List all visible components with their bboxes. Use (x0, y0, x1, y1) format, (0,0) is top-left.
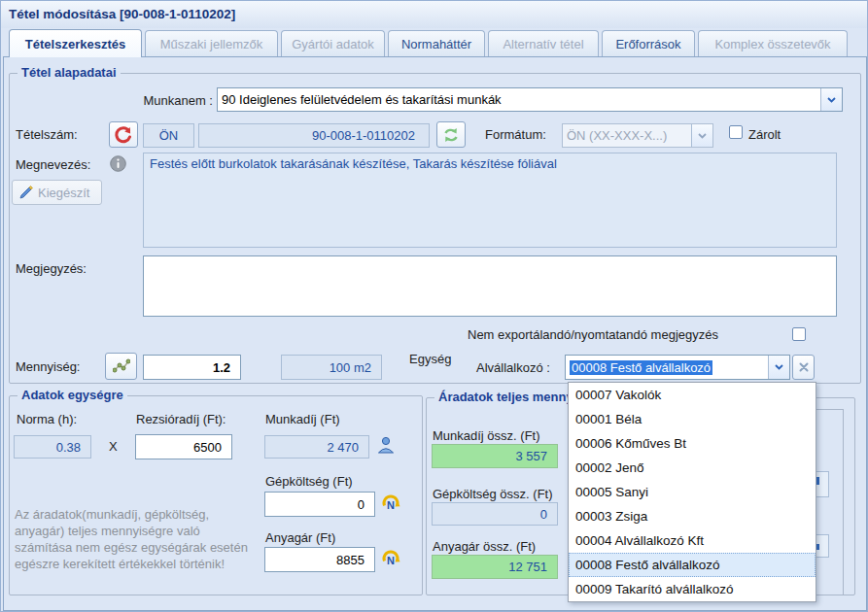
megnevezes-textarea[interactable]: Festés előtt burkolatok takarásának kész… (143, 153, 837, 248)
no-export-label: Nem exportálandó/nyomtatandó megjegyzés (468, 327, 718, 342)
munkanem-value: 90 Ideiglenes felületvédelem és takarítá… (218, 92, 820, 107)
norma-field: 0.38 (14, 435, 91, 459)
kiegeszit-button[interactable]: Kiegészít (12, 180, 102, 205)
munkanem-combobox[interactable]: 90 Ideiglenes felületvédelem és takarítá… (217, 87, 843, 112)
on-norm-icon[interactable]: N (381, 493, 400, 512)
tetelszam-label: Tételszám: (16, 127, 78, 142)
group-title: Áradatok teljes menny (434, 390, 577, 404)
graph-points-icon (113, 358, 130, 374)
formatum-value: ÖN (XX-XXX-X...) (563, 128, 691, 143)
alvallalkozo-combobox[interactable]: 00008 Festő alvállalkozó (565, 355, 790, 380)
dialog-window: Tétel módosítása [90-008-1-0110202] Téte… (0, 0, 868, 612)
refresh-itemnumber-button[interactable] (436, 121, 466, 148)
tab-muszaki-jellemzok[interactable]: Műszaki jellemzők (145, 30, 278, 56)
egyseg-label: Egység (409, 352, 451, 366)
dropdown-item[interactable]: 00006 Kőműves Bt (569, 431, 816, 456)
alvallalkozo-label: Alvállalkozó : (476, 360, 550, 375)
group-title: Adatok egységre (17, 388, 127, 402)
tab-label: Gyártói adatok (292, 37, 374, 51)
dropdown-item[interactable]: 00003 Zsiga (569, 504, 816, 528)
reset-itemnumber-button[interactable] (109, 121, 138, 148)
dropdown-item[interactable]: 00005 Sanyi (569, 480, 816, 504)
red-revert-icon (115, 126, 132, 144)
dropdown-item[interactable]: 00001 Béla (569, 407, 816, 431)
norma-label: Norma (h): (17, 412, 77, 426)
dropdown-item[interactable]: 00002 Jenő (569, 456, 816, 480)
tab-gyartoi-adatok[interactable]: Gyártói adatok (281, 30, 385, 56)
dropdown-item[interactable]: 00007 Vakolók (569, 383, 816, 407)
tab-label: Komplex összetevők (714, 37, 830, 51)
munkadij-label: Munkadíj (Ft) (265, 412, 340, 426)
worker-icon[interactable] (376, 435, 396, 455)
green-refresh-icon (442, 126, 460, 144)
page-title: Tétel módosítása [90-008-1-0110202] (9, 7, 235, 21)
chevron-down-icon[interactable] (820, 88, 842, 111)
dropdown-item[interactable]: 00009 Takarító alvállalkozó (569, 577, 816, 601)
unit-field: 100 m2 (281, 355, 382, 380)
mennyiseg-label: Mennyiség: (16, 359, 80, 374)
dropdown-item-selected[interactable]: 00008 Festő alvállalkozó (569, 553, 816, 577)
tab-eroforrasok[interactable]: Erőforrások (602, 30, 695, 56)
alvallalkozo-dropdown-list: 00007 Vakolók 00001 Béla 00006 Kőműves B… (568, 382, 816, 602)
anyagar-ossz-field: 12 751 (432, 555, 558, 579)
megnevezes-label: Megnevezés: (16, 157, 90, 172)
rounding-note: Az áradatok(munkadíj, gépköltség, anyagá… (15, 506, 248, 572)
pen-icon (18, 185, 34, 200)
rezsi-label: Rezsióradíj (Ft): (136, 412, 226, 426)
chevron-down-icon[interactable] (691, 124, 712, 147)
dropdown-item[interactable]: 00004 Alvállalkozó Kft (569, 528, 816, 553)
title-bar: Tétel módosítása [90-008-1-0110202] (1, 1, 867, 28)
on-norm-icon[interactable]: N (381, 548, 400, 567)
gepkoltseg-input[interactable]: 0 (264, 492, 375, 517)
munkadij-ossz-label: Munkadíj össz. (Ft) (433, 428, 540, 443)
formatum-combobox[interactable]: ÖN (XX-XXX-X...) (562, 123, 713, 148)
gepkoltseg-ossz-label: Gépköltség össz. (Ft) (433, 487, 553, 501)
anyagar-label: Anyagár (Ft) (265, 530, 335, 545)
anyagar-ossz-label: Anyagár össz. (Ft) (433, 539, 536, 554)
no-export-checkbox[interactable] (792, 327, 806, 341)
quantity-input[interactable]: 1.2 (143, 355, 241, 380)
tab-label: Normaháttér (401, 37, 471, 51)
alvallalkozo-selected-text: 00008 Festő alvállalkozó (570, 360, 712, 375)
info-icon (110, 155, 126, 172)
megjegyzes-label: Megjegyzés: (16, 261, 87, 276)
rezsi-input[interactable]: 6500 (135, 434, 232, 459)
tab-komplex-osszetevok[interactable]: Komplex összetevők (698, 30, 848, 56)
group-title: Tétel alapadatai (17, 65, 121, 80)
kiegeszit-label: Kiegészít (38, 186, 89, 200)
tab-label: Erőforrások (615, 37, 680, 51)
svg-text:N: N (387, 499, 395, 511)
munkanem-label: Munkanem : (127, 93, 213, 108)
itemnumber-prefix-field: ÖN (143, 123, 194, 148)
zarolt-checkbox[interactable] (729, 125, 743, 139)
tab-tetelszerkesztes[interactable]: Tételszerkesztés (9, 29, 142, 57)
tab-label: Tételszerkesztés (25, 37, 125, 51)
gepkoltseg-ossz-field: 0 (432, 502, 558, 526)
anyagar-input[interactable]: 8855 (264, 547, 375, 572)
quantity-calc-button[interactable] (105, 353, 137, 380)
chevron-down-icon[interactable] (768, 356, 789, 379)
munkadij-ossz-field: 3 557 (432, 444, 558, 468)
multiply-sign: X (109, 439, 118, 454)
clear-alvallalkozo-button[interactable] (792, 355, 815, 380)
svg-text:N: N (387, 555, 395, 566)
tab-alternativ-tetel[interactable]: Alternatív tétel (488, 30, 599, 56)
zarolt-label: Zárolt (748, 127, 781, 142)
munkadij-field: 2 470 (264, 435, 369, 459)
gepkoltseg-label: Gépköltség (Ft) (265, 474, 353, 489)
formatum-label: Formátum: (485, 127, 546, 142)
close-icon (799, 362, 809, 372)
tab-normahatter[interactable]: Normaháttér (388, 30, 485, 56)
megjegyzes-textarea[interactable] (143, 255, 837, 317)
tab-label: Műszaki jellemzők (160, 37, 262, 51)
itemnumber-field: 90-008-1-0110202 (198, 123, 430, 148)
tab-label: Alternatív tétel (503, 37, 583, 51)
